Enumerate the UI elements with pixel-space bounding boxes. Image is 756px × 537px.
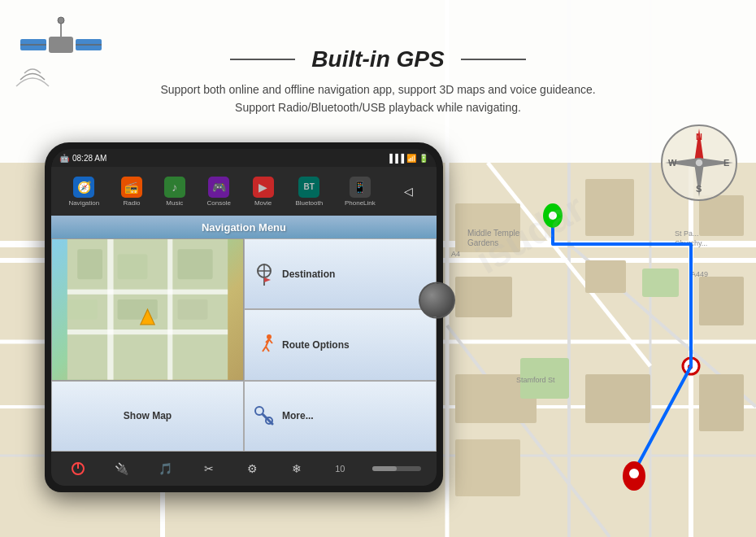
route-options-icon: [251, 332, 277, 358]
nav-label-radio: Radio: [124, 199, 141, 207]
toolbar-fan[interactable]: ❄: [285, 457, 308, 480]
nav-label-music: Music: [166, 199, 183, 207]
svg-point-39: [549, 212, 557, 220]
status-left: 🤖 08:28 AM: [59, 154, 106, 163]
show-map-button[interactable]: Show Map: [51, 381, 244, 452]
toolbar-number: 10: [328, 457, 351, 480]
nav-label-phonelink: PhoneLink: [345, 199, 376, 207]
page-title: Built-in GPS: [311, 46, 444, 72]
nav-icon-movie: ▶: [253, 177, 274, 198]
battery-icon: 🔋: [419, 154, 428, 163]
destination-label: Destination: [282, 268, 335, 280]
nav-menu-grid: Destination: [51, 238, 437, 452]
svg-rect-61: [167, 239, 172, 380]
volume-knob[interactable]: [419, 282, 455, 318]
description-line2: Support Radio/Bluetooth/USB playback whi…: [235, 98, 521, 116]
svg-rect-42: [49, 37, 73, 53]
top-section: Built-in GPS Support both online and off…: [0, 0, 756, 163]
bottom-toolbar: 🔌 🎵 ✂ ⚙ ❄ 10: [51, 452, 437, 486]
route-options-button[interactable]: Route Options: [244, 309, 437, 380]
svg-rect-68: [118, 299, 158, 320]
toolbar-music[interactable]: 🎵: [154, 457, 176, 480]
compass: N S W E: [658, 122, 740, 203]
svg-text:A449: A449: [691, 270, 708, 278]
hu-outer-shell: 🤖 08:28 AM ▐▐▐ 📶 🔋 🧭 Navigation 📻 Radio: [45, 142, 443, 492]
route-options-label: Route Options: [282, 339, 350, 351]
destination-icon: [251, 261, 277, 287]
svg-rect-67: [67, 299, 98, 320]
nav-item-console[interactable]: 🎮 Console: [206, 177, 230, 207]
nav-item-navigation[interactable]: 🧭 Navigation: [68, 177, 99, 207]
svg-point-58: [695, 159, 703, 167]
nav-icon-phonelink: 📱: [350, 177, 371, 198]
nav-item-music[interactable]: ♪ Music: [164, 177, 185, 207]
svg-point-41: [629, 469, 639, 478]
main-content: Navigation Menu: [51, 216, 437, 452]
toolbar-scissors[interactable]: ✂: [198, 457, 220, 480]
hu-inner-screen: 🤖 08:28 AM ▐▐▐ 📶 🔋 🧭 Navigation 📻 Radio: [51, 149, 437, 486]
signal-icon: ▐▐▐: [387, 154, 404, 163]
status-bar: 🤖 08:28 AM ▐▐▐ 📶 🔋: [51, 149, 437, 167]
nav-item-movie[interactable]: ▶ Movie: [253, 177, 274, 207]
nav-icon-radio: 📻: [121, 177, 142, 198]
satellite-illustration: [8, 8, 114, 106]
nav-item-bluetooth[interactable]: BT Bluetooth: [295, 177, 323, 207]
nav-icon-bluetooth: BT: [298, 177, 319, 198]
svg-text:S: S: [696, 184, 702, 194]
svg-rect-19: [585, 260, 626, 293]
svg-text:N: N: [696, 132, 702, 142]
title-line-right: [461, 59, 526, 60]
nav-item-radio[interactable]: 📻 Radio: [121, 177, 142, 207]
svg-rect-21: [699, 277, 744, 325]
description-line1: Support both online and offline navigati…: [160, 81, 595, 98]
svg-text:Stamford St: Stamford St: [516, 376, 555, 384]
svg-text:St Pa...: St Pa...: [675, 229, 699, 238]
nav-icon-music: ♪: [164, 177, 185, 198]
svg-rect-25: [699, 374, 744, 431]
volume-knob-area: [419, 282, 455, 318]
head-unit: 🤖 08:28 AM ▐▐▐ 📶 🔋 🧭 Navigation 📻 Radio: [45, 142, 443, 492]
svg-rect-65: [118, 254, 148, 279]
map-preview-thumb: [51, 238, 244, 381]
nav-bar[interactable]: 🧭 Navigation 📻 Radio ♪ Music 🎮 Console ▶: [51, 167, 437, 216]
svg-rect-60: [107, 239, 113, 380]
back-button[interactable]: ◁: [398, 183, 419, 199]
svg-text:A4: A4: [451, 250, 460, 258]
status-icons: ▐▐▐ 📶 🔋: [387, 154, 428, 163]
svg-text:Gardens: Gardens: [467, 238, 498, 247]
svg-rect-17: [455, 277, 512, 317]
nav-menu-header: Navigation Menu: [51, 216, 437, 238]
wifi-icon: 📶: [406, 154, 416, 163]
toolbar-power[interactable]: [67, 457, 89, 480]
more-label: More...: [282, 410, 314, 421]
title-row: Built-in GPS: [230, 46, 525, 72]
svg-rect-27: [642, 268, 679, 297]
svg-point-76: [267, 334, 272, 339]
svg-line-79: [266, 347, 269, 351]
more-icon: [251, 403, 277, 429]
toolbar-settings[interactable]: ⚙: [241, 457, 264, 480]
volume-display: [372, 466, 421, 471]
android-icon: 🤖: [59, 154, 69, 163]
svg-text:W: W: [668, 158, 677, 168]
title-line-left: [230, 59, 295, 60]
nav-icon-console: 🎮: [208, 177, 229, 198]
nav-label-movie: Movie: [254, 199, 272, 207]
svg-rect-69: [177, 299, 207, 320]
svg-rect-62: [67, 290, 228, 295]
svg-text:E: E: [723, 158, 729, 168]
time-display: 08:28 AM: [72, 154, 106, 163]
nav-menu-title: Navigation Menu: [202, 221, 286, 234]
svg-rect-24: [455, 439, 520, 496]
svg-text:Middle Temple: Middle Temple: [467, 229, 520, 238]
more-button[interactable]: More...: [244, 381, 437, 452]
toolbar-plug[interactable]: 🔌: [111, 457, 133, 480]
svg-rect-18: [585, 179, 634, 236]
nav-item-phonelink[interactable]: 📱 PhoneLink: [345, 177, 376, 207]
nav-label-console: Console: [206, 199, 230, 207]
svg-marker-75: [264, 277, 271, 282]
nav-label-navigation: Navigation: [68, 199, 99, 207]
svg-rect-23: [585, 374, 650, 423]
show-map-label: Show Map: [124, 410, 172, 421]
destination-button[interactable]: Destination: [244, 238, 437, 309]
